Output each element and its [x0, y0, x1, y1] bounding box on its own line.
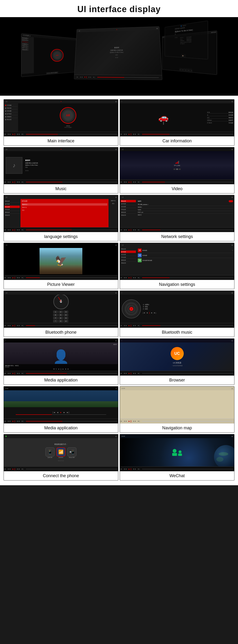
caption-video: Video — [120, 184, 234, 193]
screen-bluetooth-phone: ♪ ‖ ⊞ 请输入号码 6 — [4, 291, 118, 328]
screen-wechat: 13:00 ⊞ — [120, 434, 234, 471]
grid-item-bluetooth-phone: ♪ ‖ ⊞ 请输入号码 6 — [4, 290, 118, 337]
page-wrapper: UI interface display 行车电脑 ● 移动电视 ● 媒体应用 … — [0, 0, 238, 490]
caption-car-information: Car information — [120, 136, 234, 146]
screen-language-settings: ♪ ‖ ⊞ 网络设置 蓝牙设置 语言设置 声音设置 通用设置 帮助应 — [4, 195, 118, 232]
page-title: UI interface display — [0, 4, 238, 14]
grid-item-network-settings: ♪ ‖ ⊞ 网络设置 蓝牙设置 语言设置 声音设置 通用设置 帮助应 — [120, 195, 234, 241]
caption-media-application-2: Media application — [4, 424, 118, 432]
caption-browser: Browser — [120, 376, 234, 384]
caption-music: Music — [4, 184, 118, 193]
caption-main-interface: Main interface — [4, 136, 118, 146]
grid-item-bluetooth-music: ♪ ⊞ 任任爱分 — [120, 290, 234, 337]
page-header: UI interface display — [0, 0, 238, 17]
screen-network-settings: ♪ ‖ ⊞ 网络设置 蓝牙设置 语言设置 声音设置 通用设置 帮助应 — [120, 195, 234, 232]
hero-screen-left: 行车电脑 ● 移动电视 ● 媒体应用 ● 蓝牙电话 ● 音频媒体 ● 车载互联 … — [21, 33, 76, 77]
caption-bluetooth-phone: Bluetooth phone — [4, 328, 118, 337]
grid-item-navigation-map: 13:00 ⊞ — [120, 386, 234, 433]
screen-navigation-settings: ♪ ‖ ⊞ 网络设置 蓝牙设置 语言设置 声音设置 通用设置 帮助应 — [120, 243, 234, 280]
screen-media-application-2: 13:00 ⊞ |◄◄►►►| — [4, 386, 118, 424]
screen-navigation-map: 13:00 ⊞ — [120, 386, 234, 424]
screen-video: ♪ ‖ ⊞ TP-LINK — [120, 147, 234, 184]
grid-item-video: ♪ ‖ ⊞ TP-LINK — [120, 147, 234, 194]
grid-item-car-information: ♪ ⊞ 🚗 — [120, 99, 234, 146]
grid-item-navigation-settings: ♪ ‖ ⊞ 网络设置 蓝牙设置 语言设置 声音设置 通用设置 帮助应 — [120, 243, 234, 289]
screen-bluetooth-music: ♪ ⊞ 任任爱分 — [120, 291, 234, 328]
grid-item-music: ♪ ‖ ► ⊞ ♪ 标你叫 流着泪的人总是无奈 这(Born To Be — [4, 147, 118, 194]
hero-screen-center: ♪ ‖ ► ⊞ 标你叫 流着泪的人总是无奈 这(Born To Be A Sta… — [74, 26, 162, 80]
screen-browser: ♪ ⊞ UC UC浏览器 一起见证历史的痕迹 — [120, 339, 234, 376]
caption-language-settings: language settings — [4, 232, 118, 241]
grid-container: ♪ ‖ ► ⊞ 行车电脑 — [4, 99, 234, 480]
caption-wechat: WeChat — [120, 471, 234, 480]
grid-item-browser: ♪ ⊞ UC UC浏览器 一起见证历史的痕迹 — [120, 338, 234, 385]
screen-music: ♪ ‖ ► ⊞ ♪ 标你叫 流着泪的人总是无奈 这(Born To Be — [4, 147, 118, 184]
grid-item-media-application-1: ♪ ⊞ 👤 谢谢你 — [4, 338, 118, 385]
grid-section: ♪ ‖ ► ⊞ 行车电脑 — [0, 96, 238, 485]
caption-media-application-1: Media application — [4, 376, 118, 384]
hero-screen-far-right: 👤 标你叫 流着泪的人总是无奈 这(Born To Be A Star) 迟 4… — [165, 20, 208, 59]
hero-3d-display: 行车电脑 ● 移动电视 ● 媒体应用 ● 蓝牙电话 ● 音频媒体 ● 车载互联 … — [26, 22, 212, 88]
screen-main-interface: ♪ ‖ ► ⊞ 行车电脑 — [4, 100, 118, 136]
caption-connect-phone: Connect the phone — [4, 471, 118, 480]
grid-item-connect-phone: ▣ ⊞ 请选择连接方式： 📱 安卓USB — [4, 434, 118, 480]
grid-item-picture-viewer: ♪ ‖ ⊞ 🦅 — [4, 243, 118, 289]
grid-item-main-interface: ♪ ‖ ► ⊞ 行车电脑 — [4, 99, 118, 146]
grid-item-language-settings: ♪ ‖ ⊞ 网络设置 蓝牙设置 语言设置 声音设置 通用设置 帮助应 — [4, 195, 118, 241]
caption-navigation-map: Navigation map — [120, 424, 234, 432]
screen-car-information: ♪ ⊞ 🚗 — [120, 100, 234, 136]
grid-item-media-application-2: 13:00 ⊞ |◄◄►►►| — [4, 386, 118, 433]
grid-item-wechat: 13:00 ⊞ — [120, 434, 234, 480]
screen-picture-viewer: ♪ ‖ ⊞ 🦅 — [4, 243, 118, 280]
caption-network-settings: Network settings — [120, 232, 234, 241]
screen-media-application-1: ♪ ⊞ 👤 谢谢你 — [4, 339, 118, 376]
caption-bluetooth-music: Bluetooth music — [120, 328, 234, 337]
hero-section: 行车电脑 ● 移动电视 ● 媒体应用 ● 蓝牙电话 ● 音频媒体 ● 车载互联 … — [0, 17, 238, 96]
caption-navigation-settings: Navigation settings — [120, 280, 234, 289]
caption-picture-viewer: Picture Viewer — [4, 280, 118, 289]
screen-connect-phone: ▣ ⊞ 请选择连接方式： 📱 安卓USB — [4, 434, 118, 471]
